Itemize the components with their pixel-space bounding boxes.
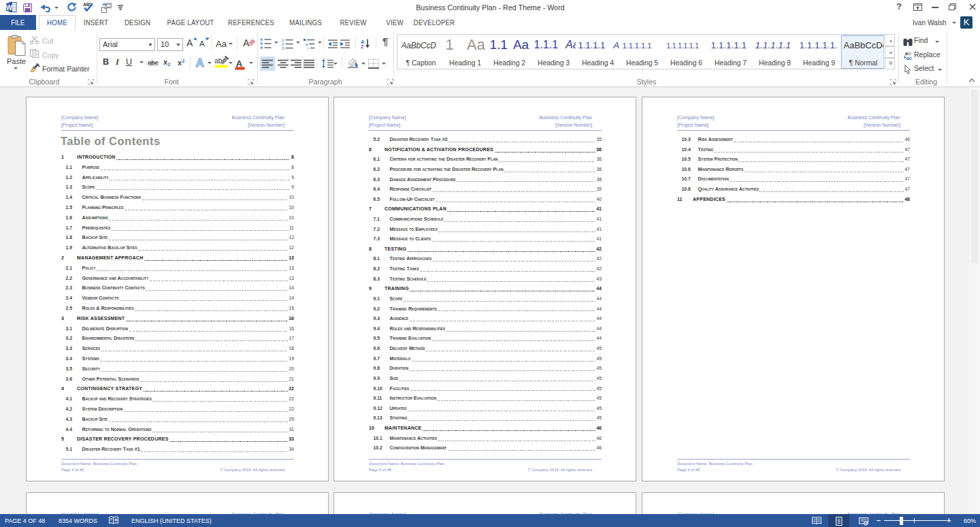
svg-text:Z: Z [361, 44, 364, 48]
svg-text:ac: ac [906, 55, 912, 61]
svg-text:A: A [236, 59, 243, 69]
svg-text:i: i [308, 46, 308, 50]
svg-text:A: A [243, 37, 250, 48]
svg-text:3: 3 [282, 46, 284, 50]
svg-text:ab: ab [214, 57, 223, 65]
svg-text:A: A [186, 37, 193, 48]
svg-text:A: A [199, 39, 205, 48]
svg-text:A: A [196, 57, 204, 68]
